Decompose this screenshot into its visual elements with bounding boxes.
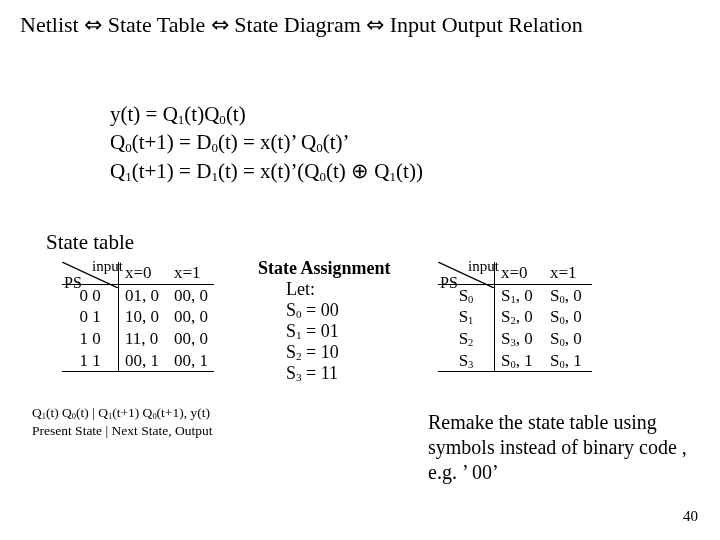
equation-line: Q1(t+1) = D1(t) = x(t)’(Q0(t) ⊕ Q1(t)) [110,157,423,185]
section-title: State table [46,230,134,255]
equation-line: Q0(t+1) = D0(t) = x(t)’ Q0(t)’ [110,128,423,156]
table-cell: S2, 0 [494,306,544,328]
col-header: x=1 [168,262,214,284]
table-cell: 0 1 [62,306,118,328]
title-seg-1: Netlist [20,12,84,37]
equations-block: y(t) = Q1(t)Q0(t) Q0(t+1) = D0(t) = x(t)… [110,100,423,185]
eq-text: (t)) [396,159,423,183]
table-cell: 00, 1 [168,350,214,372]
table-cell: S0, 0 [544,328,592,350]
eq-text: (t) [226,102,246,126]
arrow-icon: ⇔ [84,12,102,37]
table-cell: S3, 0 [494,328,544,350]
eq-text: Q [110,130,125,154]
eq-text: (t) = x(t)’ Q [218,130,316,154]
table-cell: S1, 0 [494,284,544,306]
assignment-line: S0 = 00 [258,300,391,321]
table-input-label: input [468,258,499,275]
slide-title: Netlist ⇔ State Table ⇔ State Diagram ⇔ … [20,12,583,38]
state-table-binary: PS input x=0 x=1 0 0 01, 0 00, 0 0 1 10,… [62,262,214,372]
table-legend: Q1(t) Q0(t) | Q1(t+1) Q0(t+1), y(t) Pres… [32,404,212,439]
table-cell: 00, 0 [168,306,214,328]
assignment-line: S2 = 10 [258,342,391,363]
state-table-symbolic: PS input x=0 x=1 S0 S1, 0 S0, 0 S1 S2, 0… [438,262,592,372]
assignment-title: State Assignment [258,258,391,278]
remake-note: Remake the state table using symbols ins… [428,410,708,485]
eq-text: (t+1) = D [132,159,212,183]
table-cell: 01, 0 [118,284,168,306]
table-cell: S0, 1 [494,350,544,372]
table-ps-label: PS [64,274,82,292]
eq-text: (t)’ [323,130,350,154]
legend-line: Q1(t) Q0(t) | Q1(t+1) Q0(t+1), y(t) [32,404,212,422]
eq-text: (t) ⊕ Q [326,159,390,183]
table-cell: 00, 0 [168,328,214,350]
eq-text: Q [110,159,125,183]
table-cell: S3 [438,350,494,372]
table-cell: S0, 0 [544,284,592,306]
table-cell: S2 [438,328,494,350]
arrow-icon: ⇔ [366,12,384,37]
table-cell: S0, 0 [544,306,592,328]
table-cell: 11, 0 [118,328,168,350]
eq-text: (t)Q [184,102,219,126]
table-cell: 10, 0 [118,306,168,328]
table-cell: S1 [438,306,494,328]
assignment-line: S1 = 01 [258,321,391,342]
col-header: x=1 [544,262,592,284]
title-seg-2: State Table [102,12,211,37]
table-cell: 1 1 [62,350,118,372]
table-cell: 1 0 [62,328,118,350]
page-number: 40 [683,508,698,525]
legend-line: Present State | Next State, Output [32,422,212,440]
eq-text: y(t) = Q [110,102,178,126]
equation-line: y(t) = Q1(t)Q0(t) [110,100,423,128]
col-header: x=0 [118,262,168,284]
state-assignment-block: State Assignment Let: S0 = 00 S1 = 01 S2… [258,258,391,384]
col-header: x=0 [494,262,544,284]
title-seg-3: State Diagram [229,12,366,37]
table-ps-label: PS [440,274,458,292]
assignment-let: Let: [258,279,391,300]
arrow-icon: ⇔ [211,12,229,37]
eq-text: (t) = x(t)’(Q [218,159,320,183]
table-cell: 00, 0 [168,284,214,306]
assignment-line: S3 = 11 [258,363,391,384]
table-input-label: input [92,258,123,275]
table-cell: 00, 1 [118,350,168,372]
table-cell: S0, 1 [544,350,592,372]
title-seg-4: Input Output Relation [384,12,583,37]
eq-text: (t+1) = D [132,130,212,154]
